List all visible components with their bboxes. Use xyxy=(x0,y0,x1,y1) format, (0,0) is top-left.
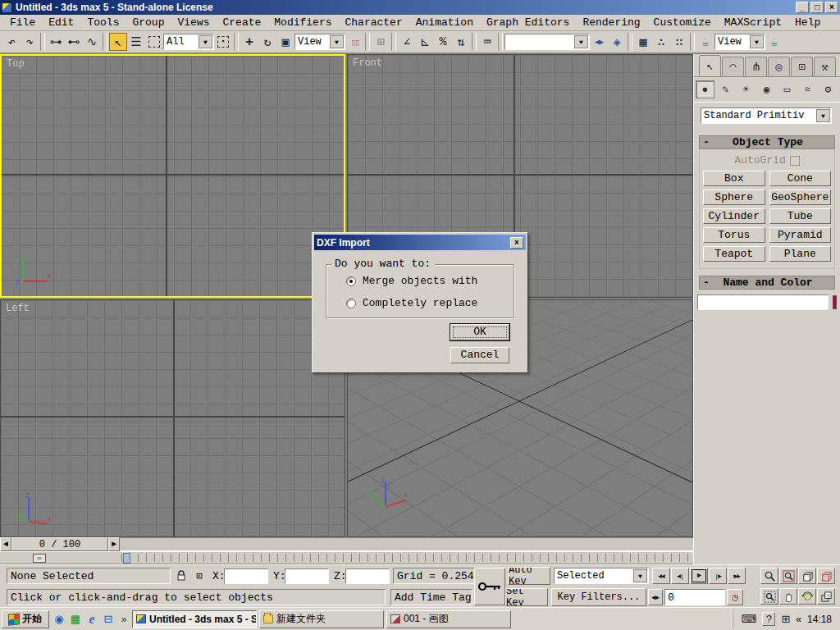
tab-display[interactable]: ⊡ xyxy=(791,57,813,76)
menu-item[interactable]: Create xyxy=(216,15,267,30)
primitive-button[interactable]: Box xyxy=(703,171,765,186)
menu-item[interactable]: Tools xyxy=(80,15,126,30)
mirror-icon[interactable]: ◀▶ xyxy=(590,33,608,51)
category-systems-icon[interactable]: ⚙ xyxy=(819,80,838,98)
render-type-dropdown[interactable]: View xyxy=(714,34,765,50)
redo-icon[interactable]: ↷ xyxy=(21,33,39,51)
object-color-swatch[interactable] xyxy=(833,295,837,309)
category-helpers-icon[interactable]: ▭ xyxy=(778,80,797,98)
add-time-tag[interactable]: Add Time Tag xyxy=(390,589,472,605)
ime-help-icon[interactable]: ? xyxy=(762,612,775,626)
use-center-icon[interactable]: ▯▯ xyxy=(345,33,363,51)
zoom-all-icon[interactable] xyxy=(779,568,797,584)
quicklaunch-media-player-icon[interactable]: ◉ xyxy=(52,612,66,627)
open-mini-curve-editor-icon[interactable]: ▭ xyxy=(33,554,46,563)
quicklaunch-show-desktop-icon[interactable]: ⊟ xyxy=(101,612,116,627)
tab-modify[interactable]: ◠ xyxy=(722,57,744,76)
primitive-button[interactable]: Pyramid xyxy=(769,227,832,243)
current-frame-field[interactable]: 0 xyxy=(664,589,725,605)
category-shapes-icon[interactable]: ✎ xyxy=(716,80,735,98)
select-and-manipulate-icon[interactable]: ⊞ xyxy=(372,33,390,51)
menu-item[interactable]: File xyxy=(3,15,42,30)
keyboard-override-icon[interactable]: ⌨ xyxy=(478,33,496,51)
menu-item[interactable]: Modifiers xyxy=(267,15,338,30)
track-bar-frame-marker[interactable] xyxy=(123,553,130,564)
reference-coordinate-dropdown[interactable]: View xyxy=(294,34,345,50)
cancel-button[interactable]: Cancel xyxy=(450,347,509,363)
go-to-start-button[interactable]: ◄◄ xyxy=(652,568,670,584)
arc-rotate-icon[interactable] xyxy=(798,588,816,605)
percent-snap-icon[interactable]: % xyxy=(434,33,452,51)
zoom-icon[interactable] xyxy=(760,568,778,584)
primitive-button[interactable]: Teapot xyxy=(703,246,765,262)
time-configuration-icon[interactable]: ◷ xyxy=(727,589,743,605)
dialog-close-button[interactable]: × xyxy=(510,237,523,249)
primitive-button[interactable]: GeoSphere xyxy=(769,189,832,205)
menu-item[interactable]: Character xyxy=(339,15,409,30)
select-and-rotate-icon[interactable]: ↻ xyxy=(258,33,276,51)
category-spacewarps-icon[interactable]: ≈ xyxy=(798,80,817,98)
schematic-view-icon[interactable]: ∴ xyxy=(652,33,670,51)
zoom-extents-icon[interactable] xyxy=(798,568,816,584)
align-icon[interactable]: ◈ xyxy=(608,33,626,51)
object-name-input[interactable] xyxy=(697,294,829,310)
track-view-icon[interactable]: ▦ xyxy=(634,33,652,51)
task-new-folder[interactable]: 新建文件夹 xyxy=(259,610,384,628)
tray-collapse-chevron[interactable]: « xyxy=(796,614,801,625)
menu-item[interactable]: Help xyxy=(788,15,827,30)
minimize-button[interactable]: _ xyxy=(796,2,809,13)
key-mode-dropdown[interactable]: Selected xyxy=(554,568,649,584)
viewport-left[interactable]: Left z x xyxy=(0,299,345,537)
auto-key-button[interactable]: Auto Key xyxy=(508,567,550,585)
menu-item[interactable]: Rendering xyxy=(576,15,646,30)
menu-item[interactable]: Graph Editors xyxy=(480,15,576,30)
close-button[interactable]: × xyxy=(825,2,838,13)
quick-launch-chevron[interactable]: » xyxy=(118,614,130,625)
primitive-button[interactable]: Cylinder xyxy=(703,208,765,224)
primitive-category-dropdown[interactable]: Standard Primitiv xyxy=(701,107,832,124)
key-mode-toggle-icon[interactable]: ◄► xyxy=(648,589,663,605)
pan-icon[interactable] xyxy=(779,588,797,605)
previous-frame-button[interactable]: ◄| xyxy=(671,568,689,584)
window-crossing-icon[interactable]: ▪ xyxy=(214,33,232,51)
task-3dsmax[interactable]: Untitled - 3ds max 5 - St... xyxy=(132,610,257,628)
selection-lock-icon[interactable] xyxy=(173,568,189,584)
ok-button[interactable]: OK xyxy=(450,324,509,340)
radio-button[interactable] xyxy=(346,299,356,308)
select-by-name-icon[interactable]: ☰ xyxy=(127,33,145,51)
menu-item[interactable]: Edit xyxy=(42,15,80,30)
primitive-button[interactable]: Plane xyxy=(769,246,832,262)
restore-button[interactable]: □ xyxy=(810,2,824,13)
next-frame-button[interactable]: |► xyxy=(709,568,727,584)
key-filters-button[interactable]: Key Filters... xyxy=(551,588,646,606)
angle-snap-icon[interactable]: ⊾ xyxy=(416,33,434,51)
name-color-rollout-header[interactable]: - Name and Color xyxy=(699,276,835,290)
object-type-rollout-header[interactable]: - Object Type xyxy=(699,135,835,149)
radio-button[interactable] xyxy=(346,276,356,286)
select-and-move-icon[interactable]: + xyxy=(240,33,258,51)
z-coordinate-field[interactable] xyxy=(345,568,390,584)
undo-icon[interactable]: ↶ xyxy=(2,33,21,51)
category-geometry-icon[interactable]: ● xyxy=(696,80,714,98)
select-and-link-icon[interactable]: ⊶ xyxy=(47,33,65,51)
bind-to-spacewarp-icon[interactable]: ∿ xyxy=(83,33,101,51)
y-coordinate-field[interactable] xyxy=(285,568,329,584)
go-to-end-button[interactable]: ►► xyxy=(728,568,746,584)
tab-hierarchy[interactable]: ⋔ xyxy=(745,57,767,76)
spinner-snap-icon[interactable]: ⇅ xyxy=(452,33,470,51)
rect-selection-region-icon[interactable] xyxy=(145,33,163,51)
time-slider-track[interactable] xyxy=(120,537,693,551)
primitive-button[interactable]: Tube xyxy=(769,208,832,224)
category-lights-icon[interactable]: ☀ xyxy=(737,80,756,98)
menu-item[interactable]: Group xyxy=(126,15,171,30)
zoom-extents-all-icon[interactable] xyxy=(817,568,835,584)
time-slider-next-button[interactable]: ► xyxy=(108,537,120,551)
quicklaunch-ie-icon[interactable]: e xyxy=(84,612,99,627)
x-coordinate-field[interactable] xyxy=(224,568,268,584)
absolute-offset-toggle-icon[interactable]: ⊡ xyxy=(191,568,208,584)
min-max-toggle-icon[interactable] xyxy=(817,588,835,605)
track-bar[interactable]: ▭ xyxy=(0,551,693,564)
render-scene-icon[interactable]: ☕ xyxy=(696,33,714,51)
select-object-icon[interactable]: ↖ xyxy=(109,33,127,51)
menu-item[interactable]: MAXScript xyxy=(718,15,788,30)
